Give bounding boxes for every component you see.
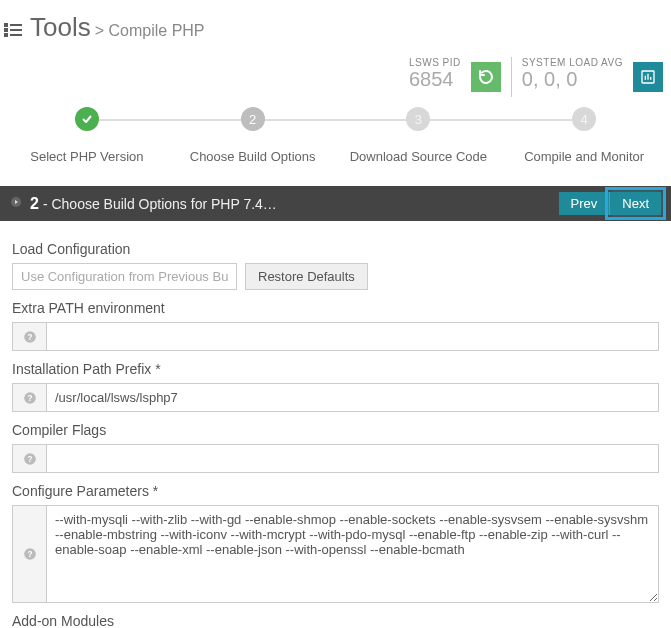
svg-text:?: ?: [27, 454, 32, 463]
help-icon: ?: [23, 452, 37, 466]
refresh-button[interactable]: [471, 62, 501, 92]
compiler-flags-help[interactable]: ?: [12, 444, 46, 473]
step-3-label: Download Source Code: [336, 149, 502, 164]
wizard-steps: Select PHP Version 2 Choose Build Option…: [0, 107, 671, 164]
step-3-circle: 3: [406, 107, 430, 131]
svg-text:?: ?: [27, 332, 32, 341]
next-button[interactable]: Next: [610, 192, 661, 215]
svg-text:?: ?: [27, 550, 32, 559]
breadcrumb: > Compile PHP: [95, 22, 205, 40]
step-3[interactable]: 3 Download Source Code: [336, 107, 502, 164]
configure-params-textarea[interactable]: [46, 505, 659, 603]
page-header: Tools > Compile PHP: [0, 0, 671, 51]
caret-icon[interactable]: [10, 196, 22, 211]
refresh-icon: [478, 69, 494, 85]
help-icon: ?: [23, 391, 37, 405]
pid-block: LSWS PID 6854: [399, 57, 461, 97]
pid-label: LSWS PID: [409, 57, 461, 68]
compiler-flags-input[interactable]: [46, 444, 659, 473]
panel-nav: Prev Next: [559, 192, 661, 215]
pid-value: 6854: [409, 68, 461, 91]
help-icon: ?: [23, 330, 37, 344]
svg-text:?: ?: [27, 393, 32, 402]
status-bar: LSWS PID 6854 SYSTEM LOAD AVG 0, 0, 0: [0, 51, 671, 97]
extra-path-input[interactable]: [46, 322, 659, 351]
configure-params-label: Configure Parameters *: [12, 483, 659, 499]
load-config-label: Load Configuration: [12, 241, 659, 257]
install-prefix-help[interactable]: ?: [12, 383, 46, 412]
compiler-flags-label: Compiler Flags: [12, 422, 659, 438]
page-title: Tools: [30, 12, 91, 43]
extra-path-label: Extra PATH environment: [12, 300, 659, 316]
list-icon: [4, 23, 22, 37]
panel-step-num: 2: [30, 195, 39, 213]
step-2[interactable]: 2 Choose Build Options: [170, 107, 336, 164]
load-block: SYSTEM LOAD AVG 0, 0, 0: [511, 57, 623, 97]
chart-button[interactable]: [633, 62, 663, 92]
restore-defaults-button[interactable]: Restore Defaults: [245, 263, 368, 290]
load-label: SYSTEM LOAD AVG: [522, 57, 623, 68]
install-prefix-input[interactable]: [46, 383, 659, 412]
load-value: 0, 0, 0: [522, 68, 623, 91]
load-config-input[interactable]: [12, 263, 237, 290]
help-icon: ?: [23, 547, 37, 561]
extra-path-help[interactable]: ?: [12, 322, 46, 351]
step-4-label: Compile and Monitor: [501, 149, 667, 164]
prev-button[interactable]: Prev: [559, 192, 611, 215]
form-area: Load Configuration Restore Defaults Extr…: [0, 221, 671, 628]
check-icon: [81, 113, 93, 125]
step-1-label: Select PHP Version: [4, 149, 170, 164]
configure-params-help[interactable]: ?: [12, 505, 46, 603]
step-2-label: Choose Build Options: [170, 149, 336, 164]
breadcrumb-page: Compile PHP: [109, 22, 205, 39]
breadcrumb-sep: >: [95, 22, 109, 39]
chart-icon: [640, 69, 656, 85]
step-4[interactable]: 4 Compile and Monitor: [501, 107, 667, 164]
install-prefix-label: Installation Path Prefix *: [12, 361, 659, 377]
addon-modules-label: Add-on Modules: [12, 613, 659, 628]
step-2-circle: 2: [241, 107, 265, 131]
panel-header: 2 - Choose Build Options for PHP 7.4… Pr…: [0, 186, 671, 221]
step-1-circle: [75, 107, 99, 131]
step-4-circle: 4: [572, 107, 596, 131]
panel-title: - Choose Build Options for PHP 7.4…: [43, 196, 277, 212]
step-1[interactable]: Select PHP Version: [4, 107, 170, 164]
